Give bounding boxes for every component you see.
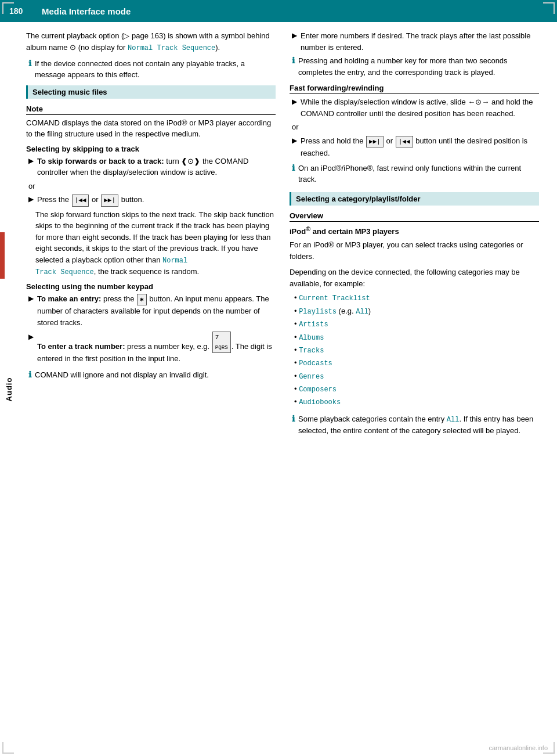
info-box-1: ℹ If the device connected does not conta… xyxy=(26,58,276,81)
keypad-heading: Selecting using the number keypad xyxy=(26,282,276,291)
left-column: The current playback option (▷ page 163)… xyxy=(26,30,276,441)
arrow-icon-1: ▶ xyxy=(28,157,34,178)
star-btn: ✱ xyxy=(137,294,147,306)
info-box-pressing: ℹ Pressing and holding a number key for … xyxy=(290,55,539,78)
cat-label-5: Tracks xyxy=(299,347,324,355)
info-all-val: All xyxy=(447,416,460,424)
info-box-some: ℹ Some playback categories contain the e… xyxy=(290,413,539,437)
category-list: Current Tracklist Playlists (e.g. All) A… xyxy=(290,291,539,409)
info-box-ipod: ℹ On an iPod®/iPhone®, fast rewind only … xyxy=(290,163,539,185)
cat-all-playlists: All xyxy=(356,308,368,316)
category-podcasts: Podcasts xyxy=(294,357,539,369)
or-2: or xyxy=(292,121,539,133)
category-audiobooks: Audiobooks xyxy=(294,395,539,408)
section-bar-label-1: Selecting music files xyxy=(32,88,107,96)
arrow-icon-2: ▶ xyxy=(28,195,34,207)
category-current-tracklist: Current Tracklist xyxy=(294,291,539,304)
cat-label-1: Current Tracklist xyxy=(299,294,370,303)
corner-mark-tr xyxy=(543,2,555,14)
section-bar-label-2: Selecting a category/playlist/folder xyxy=(296,195,421,203)
cat-label-3: Artists xyxy=(299,321,328,329)
keypad-bullet-1: ▶ To make an entry: press the ✱ button. … xyxy=(26,293,276,329)
info-text-some: Some playback categories contain the ent… xyxy=(298,413,537,437)
ipod-heading: iPod® and certain MP3 players xyxy=(290,224,539,237)
cat-label-9: Audiobooks xyxy=(299,398,341,406)
cat-label-2: Playlists xyxy=(299,308,337,316)
fast-bullet-1: ▶ While the display/selection window is … xyxy=(290,96,539,119)
section-bar-selecting-music: Selecting music files xyxy=(26,85,276,99)
category-artists: Artists xyxy=(294,318,539,330)
prev-btn: |◀◀ xyxy=(72,195,89,207)
arrow-icon-7: ▶ xyxy=(292,136,297,159)
skip-bullet-2-text: Press the |◀◀ or ▶▶| button. xyxy=(37,194,144,207)
press-hold-bullet: ▶ Press and hold the ▶▶| or |◀◀ button u… xyxy=(290,135,539,159)
info-icon-3: ℹ xyxy=(292,56,295,78)
intro-text2: ). xyxy=(215,43,220,52)
category-playlists: Playlists (e.g. All) xyxy=(294,305,539,318)
skip-bullet-1-bold: To skip forwards or back to a track: xyxy=(37,157,164,165)
skip-detail-text: The skip forward function skips to the n… xyxy=(26,209,276,278)
enter-bullet: ▶ Enter more numbers if desired. The tra… xyxy=(290,30,539,53)
info-icon-5: ℹ xyxy=(292,414,295,437)
cat-label-4: Albums xyxy=(299,334,324,342)
sidebar-red-bar xyxy=(0,232,5,279)
category-genres: Genres xyxy=(294,370,539,383)
press-hold-text: Press and hold the ▶▶| or |◀◀ button unt… xyxy=(301,135,539,159)
info-text-2: COMAND will ignore and not display an in… xyxy=(35,369,209,381)
main-content: The current playback option (▷ page 163)… xyxy=(26,22,548,441)
arrow-icon-6: ▶ xyxy=(292,98,297,119)
keypad-bullet-1-text: To make an entry: press the ✱ button. An… xyxy=(37,293,276,329)
overview-heading: Overview xyxy=(290,211,539,222)
arrow-icon-5: ▶ xyxy=(292,31,297,53)
sidebar: Audio xyxy=(0,22,19,756)
info-text-pressing: Pressing and holding a number key for mo… xyxy=(298,55,537,78)
info-box-2: ℹ COMAND will ignore and not display an … xyxy=(26,369,276,381)
skip-heading: Selecting by skipping to a track xyxy=(26,145,276,153)
fast-heading: Fast forwarding/rewinding xyxy=(290,84,539,94)
info-icon-4: ℹ xyxy=(292,163,295,185)
arrow-icon-4: ▶ xyxy=(28,333,34,365)
category-composers: Composers xyxy=(294,383,539,395)
right-column: ▶ Enter more numbers if desired. The tra… xyxy=(290,30,539,441)
fast-bullet-1-text: While the display/selection window is ac… xyxy=(301,96,539,119)
cat-label-8: Composers xyxy=(299,386,337,394)
skip-bullet-2: ▶ Press the |◀◀ or ▶▶| button. xyxy=(26,194,276,207)
page-title: Media Interface mode xyxy=(42,6,131,16)
enter-bullet-text: Enter more numbers if desired. The track… xyxy=(301,30,539,53)
cat-label-7: Genres xyxy=(299,373,324,381)
num-7-btn: 7PQRS xyxy=(212,332,231,353)
skip-bullet-1-text: To skip forwards or back to a track: tur… xyxy=(37,156,276,178)
sidebar-label: Audio xyxy=(5,377,14,401)
info-text-ipod: On an iPod®/iPhone®, fast rewind only fu… xyxy=(298,163,537,185)
skip-bullet-1: ▶ To skip forwards or back to a track: t… xyxy=(26,156,276,178)
info-icon-1: ℹ xyxy=(28,59,31,81)
note-heading: Note xyxy=(26,105,276,115)
info-text-1: If the device connected does not contain… xyxy=(35,58,273,81)
corner-mark-tl xyxy=(2,2,14,14)
keypad-bullet-2: ▶ To enter a track number: press a numbe… xyxy=(26,332,276,365)
next-btn: ▶▶| xyxy=(101,195,118,207)
note-text: COMAND displays the data stored on the i… xyxy=(26,117,276,140)
skip-mono-1: Normal xyxy=(162,257,187,265)
or-1: or xyxy=(28,181,276,192)
header-bar: 180 Media Interface mode xyxy=(0,0,557,22)
section-bar-category: Selecting a category/playlist/folder xyxy=(290,192,539,206)
ipod-text: For an iPod® or MP3 player, you can sele… xyxy=(290,239,539,262)
intro-mono: Normal Track Sequence xyxy=(128,44,215,52)
keypad-bullet-1-bold: To make an entry: xyxy=(37,294,101,303)
cat-label-6: Podcasts xyxy=(299,359,332,368)
keypad-bullet-2-bold: To enter a track number: xyxy=(37,342,125,351)
fwd-btn: ▶▶| xyxy=(366,136,384,148)
rwd-btn: |◀◀ xyxy=(396,136,413,148)
skip-mono-2: Track Sequence xyxy=(35,268,94,276)
watermark: carmanualonline.info xyxy=(489,744,548,751)
depend-text: Depending on the device connected, the f… xyxy=(290,267,539,289)
keypad-bullet-2-text: To enter a track number: press a number … xyxy=(37,332,276,365)
arrow-icon-3: ▶ xyxy=(28,294,34,329)
info-icon-2: ℹ xyxy=(28,370,31,381)
category-albums: Albums xyxy=(294,331,539,344)
intro-paragraph: The current playback option (▷ page 163)… xyxy=(26,30,276,53)
category-tracks: Tracks xyxy=(294,344,539,357)
